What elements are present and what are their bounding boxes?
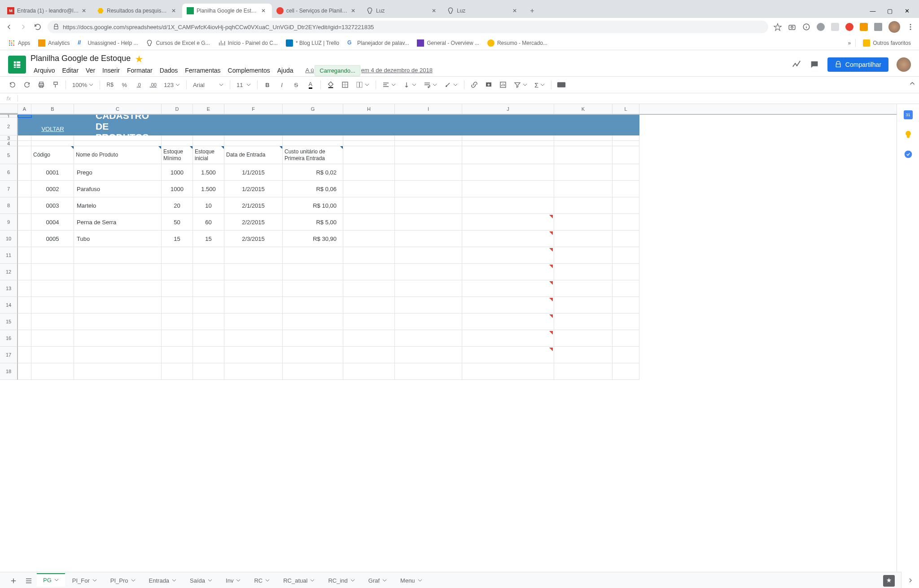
cell[interactable]: [554, 314, 613, 330]
sheet-tab-Saída[interactable]: Saída: [184, 574, 219, 588]
cell[interactable]: [343, 314, 395, 330]
menu-data[interactable]: Dados: [157, 65, 181, 76]
cell[interactable]: [462, 247, 554, 264]
cell[interactable]: [283, 135, 343, 141]
cell[interactable]: [162, 363, 193, 380]
row-header-14[interactable]: 14: [0, 297, 18, 314]
cell[interactable]: [554, 164, 613, 181]
cell[interactable]: [283, 347, 343, 363]
table-cell[interactable]: Prego: [74, 164, 162, 181]
cell[interactable]: [462, 280, 554, 297]
currency-button[interactable]: R$: [104, 78, 116, 91]
apps-button[interactable]: Apps: [5, 38, 33, 48]
col-header-H[interactable]: H: [343, 104, 395, 114]
browser-tab-2[interactable]: Planilha Google de Estoque ✕: [182, 4, 272, 18]
row-header-5[interactable]: 5: [0, 146, 18, 164]
row-header-15[interactable]: 15: [0, 314, 18, 330]
cell[interactable]: [224, 297, 283, 314]
cell[interactable]: [18, 314, 31, 330]
table-cell[interactable]: 0005: [31, 231, 74, 247]
voltar-link[interactable]: VOLTAR: [41, 126, 64, 132]
cell[interactable]: [224, 118, 283, 135]
scroll-right-button[interactable]: [901, 572, 919, 588]
sheet-tab-Entrada[interactable]: Entrada: [143, 574, 183, 588]
cell[interactable]: [162, 330, 193, 347]
cell[interactable]: VOLTAR: [31, 118, 74, 135]
table-cell[interactable]: R$ 30,90: [283, 231, 343, 247]
ext-icon[interactable]: [831, 23, 839, 31]
chevron-down-icon[interactable]: [382, 577, 387, 584]
bookmark-item[interactable]: Início - Painel do C...: [215, 38, 280, 48]
cell[interactable]: [18, 231, 31, 247]
wrap-button[interactable]: [421, 79, 440, 90]
cell[interactable]: [462, 214, 554, 231]
cell[interactable]: [18, 214, 31, 231]
strike-button[interactable]: S: [290, 78, 302, 91]
cell[interactable]: [395, 164, 462, 181]
col-header-G[interactable]: G: [283, 104, 343, 114]
cell[interactable]: [18, 164, 31, 181]
cell[interactable]: [193, 135, 224, 141]
cell[interactable]: [193, 118, 224, 135]
undo-button[interactable]: [6, 78, 19, 91]
col-header-L[interactable]: L: [613, 104, 639, 114]
sheet-tab-PG[interactable]: PG: [37, 573, 65, 587]
minimize-button[interactable]: —: [869, 7, 877, 15]
cell[interactable]: [554, 146, 613, 164]
cell[interactable]: [395, 135, 462, 141]
merge-button[interactable]: [353, 79, 372, 90]
chevron-down-icon[interactable]: [131, 577, 136, 584]
chart-button[interactable]: [497, 78, 509, 91]
cell[interactable]: [395, 280, 462, 297]
cell[interactable]: [613, 314, 639, 330]
redo-button[interactable]: [21, 78, 33, 91]
table-cell[interactable]: 10: [193, 197, 224, 214]
font-size-select[interactable]: 11: [234, 79, 254, 90]
cell[interactable]: [224, 347, 283, 363]
cell[interactable]: [613, 164, 639, 181]
ext-icon[interactable]: [845, 23, 853, 31]
cell[interactable]: [462, 141, 554, 146]
cell[interactable]: [554, 297, 613, 314]
cell[interactable]: [162, 247, 193, 264]
cell[interactable]: [554, 181, 613, 197]
decrease-decimal-button[interactable]: .0: [132, 78, 145, 91]
sheet-tab-Graf[interactable]: Graf: [362, 574, 393, 588]
table-cell[interactable]: Martelo: [74, 197, 162, 214]
cell[interactable]: [224, 363, 283, 380]
cell[interactable]: [193, 247, 224, 264]
row-header-18[interactable]: 18: [0, 363, 18, 380]
other-bookmarks[interactable]: Outros favoritos: [860, 38, 914, 48]
cell[interactable]: [31, 135, 74, 141]
cell[interactable]: [31, 247, 74, 264]
link-button[interactable]: [468, 78, 481, 91]
cell[interactable]: [18, 118, 31, 135]
cell[interactable]: [193, 347, 224, 363]
cell[interactable]: [554, 231, 613, 247]
cell[interactable]: [162, 141, 193, 146]
cell[interactable]: [283, 314, 343, 330]
cell[interactable]: [462, 297, 554, 314]
cell[interactable]: CADASTRO DE PRODUTOS: [74, 118, 162, 135]
star-icon[interactable]: [774, 23, 782, 31]
browser-tab-5[interactable]: Luz ✕: [442, 4, 523, 18]
ext-icon[interactable]: [874, 23, 882, 31]
sheet-tab-Inv[interactable]: Inv: [219, 574, 247, 588]
cell[interactable]: [343, 164, 395, 181]
cell[interactable]: [613, 280, 639, 297]
cell[interactable]: [343, 247, 395, 264]
print-button[interactable]: [35, 78, 48, 91]
cell[interactable]: [343, 231, 395, 247]
cell[interactable]: [31, 347, 74, 363]
bookmark-item[interactable]: * Blog LUZ | Trello: [283, 38, 342, 48]
cell[interactable]: [162, 347, 193, 363]
back-button[interactable]: [4, 22, 13, 31]
select-all-corner[interactable]: [0, 104, 18, 114]
cell[interactable]: [343, 141, 395, 146]
close-icon[interactable]: ✕: [261, 8, 267, 14]
cell[interactable]: [224, 264, 283, 280]
menu-file[interactable]: Arquivo: [31, 65, 58, 76]
cell[interactable]: [554, 280, 613, 297]
cell[interactable]: [395, 141, 462, 146]
cell[interactable]: [462, 363, 554, 380]
